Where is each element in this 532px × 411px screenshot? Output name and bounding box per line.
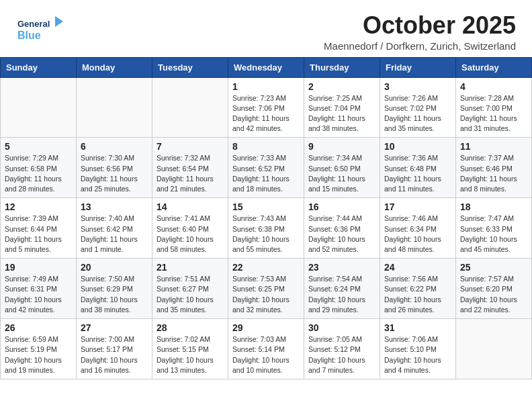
day-number: 14 xyxy=(157,201,224,212)
day-number: 10 xyxy=(384,141,451,152)
calendar-day-cell: 15Sunrise: 7:43 AM Sunset: 6:38 PM Dayli… xyxy=(228,198,304,259)
day-info: Sunrise: 7:50 AM Sunset: 6:29 PM Dayligh… xyxy=(81,274,148,315)
calendar-day-cell: 30Sunrise: 7:05 AM Sunset: 5:12 PM Dayli… xyxy=(304,319,380,379)
day-info: Sunrise: 7:51 AM Sunset: 6:27 PM Dayligh… xyxy=(157,274,224,315)
calendar-day-cell xyxy=(152,77,228,138)
day-info: Sunrise: 6:59 AM Sunset: 5:19 PM Dayligh… xyxy=(5,334,72,375)
weekday-header-tuesday: Tuesday xyxy=(152,57,228,77)
calendar-day-cell: 20Sunrise: 7:50 AM Sunset: 6:29 PM Dayli… xyxy=(77,259,152,319)
calendar-day-cell: 17Sunrise: 7:46 AM Sunset: 6:34 PM Dayli… xyxy=(380,198,456,259)
day-info: Sunrise: 7:49 AM Sunset: 6:31 PM Dayligh… xyxy=(5,274,72,315)
page-header: General Blue October 2025 Maennedorf / D… xyxy=(0,0,532,57)
day-info: Sunrise: 7:46 AM Sunset: 6:34 PM Dayligh… xyxy=(384,214,451,255)
calendar-week-row: 12Sunrise: 7:39 AM Sunset: 6:44 PM Dayli… xyxy=(1,198,532,259)
calendar-day-cell: 24Sunrise: 7:56 AM Sunset: 6:22 PM Dayli… xyxy=(380,259,456,319)
calendar-day-cell: 19Sunrise: 7:49 AM Sunset: 6:31 PM Dayli… xyxy=(1,259,77,319)
day-number: 25 xyxy=(460,262,527,273)
svg-text:Blue: Blue xyxy=(17,30,41,41)
day-number: 8 xyxy=(232,141,300,152)
day-number: 16 xyxy=(308,201,375,212)
calendar-week-row: 1Sunrise: 7:23 AM Sunset: 7:06 PM Daylig… xyxy=(1,77,532,138)
logo: General Blue xyxy=(16,12,64,50)
calendar-day-cell: 1Sunrise: 7:23 AM Sunset: 7:06 PM Daylig… xyxy=(228,77,304,138)
weekday-header-monday: Monday xyxy=(77,57,152,77)
day-number: 7 xyxy=(157,141,224,152)
day-info: Sunrise: 7:34 AM Sunset: 6:50 PM Dayligh… xyxy=(308,153,375,194)
weekday-header-sunday: Sunday xyxy=(1,57,77,77)
day-info: Sunrise: 7:33 AM Sunset: 6:52 PM Dayligh… xyxy=(232,153,300,194)
day-info: Sunrise: 7:36 AM Sunset: 6:48 PM Dayligh… xyxy=(384,153,451,194)
svg-marker-1 xyxy=(55,16,63,27)
day-number: 21 xyxy=(157,262,224,273)
day-info: Sunrise: 7:28 AM Sunset: 7:00 PM Dayligh… xyxy=(460,93,527,134)
day-number: 11 xyxy=(460,141,527,152)
day-number: 24 xyxy=(384,262,451,273)
day-info: Sunrise: 7:03 AM Sunset: 5:14 PM Dayligh… xyxy=(232,334,300,375)
svg-text:General: General xyxy=(17,19,50,29)
calendar-day-cell xyxy=(456,319,532,379)
calendar-week-row: 5Sunrise: 7:29 AM Sunset: 6:58 PM Daylig… xyxy=(1,138,532,198)
day-info: Sunrise: 7:56 AM Sunset: 6:22 PM Dayligh… xyxy=(384,274,451,315)
day-info: Sunrise: 7:29 AM Sunset: 6:58 PM Dayligh… xyxy=(5,153,72,194)
calendar-day-cell: 9Sunrise: 7:34 AM Sunset: 6:50 PM Daylig… xyxy=(304,138,380,198)
day-info: Sunrise: 7:54 AM Sunset: 6:24 PM Dayligh… xyxy=(308,274,375,315)
day-number: 2 xyxy=(308,81,375,92)
day-info: Sunrise: 7:06 AM Sunset: 5:10 PM Dayligh… xyxy=(384,334,451,375)
day-number: 12 xyxy=(5,201,72,212)
day-number: 13 xyxy=(81,201,148,212)
day-info: Sunrise: 7:43 AM Sunset: 6:38 PM Dayligh… xyxy=(232,214,300,255)
calendar-day-cell: 13Sunrise: 7:40 AM Sunset: 6:42 PM Dayli… xyxy=(77,198,152,259)
day-number: 19 xyxy=(5,262,72,273)
day-number: 17 xyxy=(384,201,451,212)
day-number: 1 xyxy=(232,81,300,92)
day-number: 20 xyxy=(81,262,148,273)
weekday-header-thursday: Thursday xyxy=(304,57,380,77)
day-info: Sunrise: 7:02 AM Sunset: 5:15 PM Dayligh… xyxy=(157,334,224,375)
calendar-day-cell: 26Sunrise: 6:59 AM Sunset: 5:19 PM Dayli… xyxy=(1,319,77,379)
day-info: Sunrise: 7:26 AM Sunset: 7:02 PM Dayligh… xyxy=(384,93,451,134)
calendar-day-cell: 16Sunrise: 7:44 AM Sunset: 6:36 PM Dayli… xyxy=(304,198,380,259)
calendar-week-row: 26Sunrise: 6:59 AM Sunset: 5:19 PM Dayli… xyxy=(1,319,532,379)
day-number: 22 xyxy=(232,262,300,273)
calendar-day-cell: 12Sunrise: 7:39 AM Sunset: 6:44 PM Dayli… xyxy=(1,198,77,259)
calendar-table: SundayMondayTuesdayWednesdayThursdayFrid… xyxy=(0,57,532,379)
calendar-day-cell: 14Sunrise: 7:41 AM Sunset: 6:40 PM Dayli… xyxy=(152,198,228,259)
calendar-day-cell xyxy=(1,77,77,138)
day-info: Sunrise: 7:57 AM Sunset: 6:20 PM Dayligh… xyxy=(460,274,527,315)
day-number: 30 xyxy=(308,322,375,333)
calendar-week-row: 19Sunrise: 7:49 AM Sunset: 6:31 PM Dayli… xyxy=(1,259,532,319)
calendar-day-cell: 22Sunrise: 7:53 AM Sunset: 6:25 PM Dayli… xyxy=(228,259,304,319)
title-section: October 2025 Maennedorf / Dorfkern, Zuri… xyxy=(324,12,516,52)
calendar-day-cell: 27Sunrise: 7:00 AM Sunset: 5:17 PM Dayli… xyxy=(77,319,152,379)
location-subtitle: Maennedorf / Dorfkern, Zurich, Switzerla… xyxy=(324,40,516,52)
day-info: Sunrise: 7:44 AM Sunset: 6:36 PM Dayligh… xyxy=(308,214,375,255)
calendar-day-cell: 23Sunrise: 7:54 AM Sunset: 6:24 PM Dayli… xyxy=(304,259,380,319)
calendar-day-cell: 5Sunrise: 7:29 AM Sunset: 6:58 PM Daylig… xyxy=(1,138,77,198)
day-info: Sunrise: 7:00 AM Sunset: 5:17 PM Dayligh… xyxy=(81,334,148,375)
day-info: Sunrise: 7:40 AM Sunset: 6:42 PM Dayligh… xyxy=(81,214,148,255)
day-info: Sunrise: 7:32 AM Sunset: 6:54 PM Dayligh… xyxy=(157,153,224,194)
day-number: 3 xyxy=(384,81,451,92)
day-info: Sunrise: 7:23 AM Sunset: 7:06 PM Dayligh… xyxy=(232,93,300,134)
day-number: 27 xyxy=(81,322,148,333)
calendar-day-cell: 11Sunrise: 7:37 AM Sunset: 6:46 PM Dayli… xyxy=(456,138,532,198)
calendar-day-cell xyxy=(77,77,152,138)
calendar-day-cell: 2Sunrise: 7:25 AM Sunset: 7:04 PM Daylig… xyxy=(304,77,380,138)
calendar-day-cell: 10Sunrise: 7:36 AM Sunset: 6:48 PM Dayli… xyxy=(380,138,456,198)
day-number: 4 xyxy=(460,81,527,92)
calendar-day-cell: 4Sunrise: 7:28 AM Sunset: 7:00 PM Daylig… xyxy=(456,77,532,138)
weekday-header-wednesday: Wednesday xyxy=(228,57,304,77)
calendar-day-cell: 3Sunrise: 7:26 AM Sunset: 7:02 PM Daylig… xyxy=(380,77,456,138)
day-number: 18 xyxy=(460,201,527,212)
day-number: 29 xyxy=(232,322,300,333)
weekday-header-row: SundayMondayTuesdayWednesdayThursdayFrid… xyxy=(1,57,532,77)
day-number: 31 xyxy=(384,322,451,333)
day-number: 15 xyxy=(232,201,300,212)
calendar-day-cell: 31Sunrise: 7:06 AM Sunset: 5:10 PM Dayli… xyxy=(380,319,456,379)
weekday-header-saturday: Saturday xyxy=(456,57,532,77)
day-number: 28 xyxy=(157,322,224,333)
day-info: Sunrise: 7:41 AM Sunset: 6:40 PM Dayligh… xyxy=(157,214,224,255)
month-title: October 2025 xyxy=(324,12,516,39)
calendar-day-cell: 21Sunrise: 7:51 AM Sunset: 6:27 PM Dayli… xyxy=(152,259,228,319)
calendar-day-cell: 28Sunrise: 7:02 AM Sunset: 5:15 PM Dayli… xyxy=(152,319,228,379)
